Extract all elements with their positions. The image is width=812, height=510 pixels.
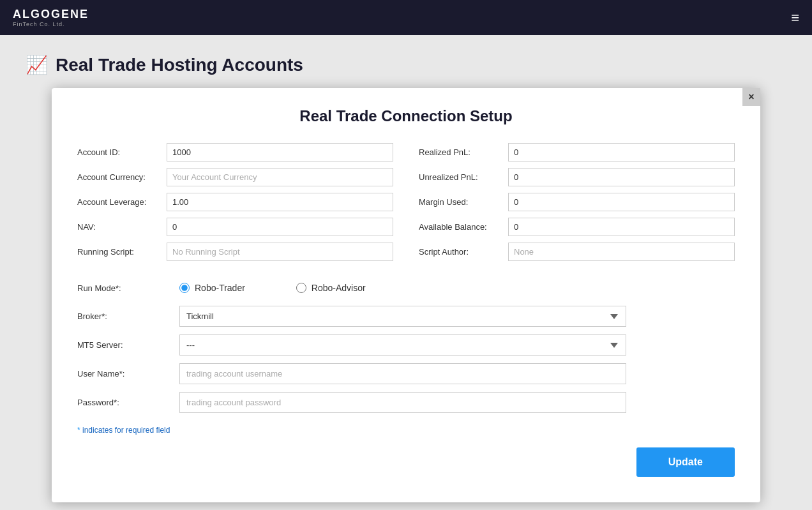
running-script-input[interactable]: [167, 243, 393, 261]
required-star: *: [77, 426, 80, 435]
required-note-text: indicates for required field: [82, 426, 170, 435]
script-author-label: Script Author:: [419, 247, 508, 257]
account-id-row: Account ID:: [77, 143, 393, 161]
robo-advisor-radio[interactable]: [296, 283, 306, 293]
available-balance-input[interactable]: [508, 218, 735, 236]
unrealized-pnl-input[interactable]: [508, 168, 735, 186]
mt5-server-label: MT5 Server:: [77, 340, 179, 350]
available-balance-label: Available Balance:: [419, 222, 508, 232]
account-leverage-label: Account Leverage:: [77, 197, 167, 207]
nav-input[interactable]: [167, 218, 393, 236]
page-title-text: Real Trade Hosting Accounts: [56, 55, 303, 75]
run-mode-row: Run Mode*: Robo-Trader Robo-Advisor: [77, 283, 735, 293]
password-input[interactable]: [179, 392, 626, 413]
run-mode-label: Run Mode*:: [77, 283, 179, 293]
robo-trader-option[interactable]: Robo-Trader: [179, 283, 245, 293]
username-label: User Name*:: [77, 369, 179, 379]
margin-used-label: Margin Used:: [419, 197, 508, 207]
update-button-row: Update: [77, 447, 735, 477]
modal-close-button[interactable]: ×: [742, 88, 760, 106]
broker-select[interactable]: Tickmill: [179, 306, 626, 327]
running-script-row: Running Script:: [77, 243, 393, 261]
robo-advisor-label: Robo-Advisor: [312, 283, 366, 293]
account-id-label: Account ID:: [77, 147, 167, 157]
nav-row: NAV:: [77, 218, 393, 236]
broker-row: Broker*: Tickmill: [77, 306, 735, 327]
robo-trader-label: Robo-Trader: [195, 283, 245, 293]
password-label: Password*:: [77, 398, 179, 407]
robo-advisor-option[interactable]: Robo-Advisor: [296, 283, 366, 293]
robo-trader-radio[interactable]: [179, 283, 190, 293]
broker-section: Broker*: Tickmill MT5 Server: --- User N…: [77, 306, 735, 413]
password-row: Password*:: [77, 392, 735, 413]
realized-pnl-label: Realized PnL:: [419, 147, 508, 157]
logo-main-text: ALGOGENE: [13, 8, 89, 20]
form-right-column: Realized PnL: Unrealized PnL: Margin Use…: [419, 143, 735, 267]
logo-sub-text: FinTech Co. Ltd.: [13, 21, 89, 27]
margin-used-row: Margin Used:: [419, 193, 735, 211]
running-script-label: Running Script:: [77, 247, 167, 257]
mt5-server-row: MT5 Server: ---: [77, 334, 735, 356]
form-left-column: Account ID: Account Currency: Account Le…: [77, 143, 393, 267]
username-input[interactable]: [179, 363, 626, 384]
nav-label: NAV:: [77, 222, 167, 232]
account-currency-input[interactable]: [167, 168, 393, 186]
realized-pnl-input[interactable]: [508, 143, 735, 161]
run-mode-radio-group: Robo-Trader Robo-Advisor: [179, 283, 366, 293]
form-fields-grid: Account ID: Account Currency: Account Le…: [77, 143, 735, 267]
update-button[interactable]: Update: [636, 447, 735, 477]
mt5-server-select[interactable]: ---: [179, 334, 626, 356]
page-background: 📈 Real Trade Hosting Accounts × Real Tra…: [0, 35, 812, 510]
unrealized-pnl-label: Unrealized PnL:: [419, 172, 508, 182]
margin-used-input[interactable]: [508, 193, 735, 211]
modal-dialog: × Real Trade Connection Setup Account ID…: [52, 88, 760, 502]
hamburger-menu-icon[interactable]: ≡: [791, 10, 799, 26]
realized-pnl-row: Realized PnL:: [419, 143, 735, 161]
account-currency-row: Account Currency:: [77, 168, 393, 186]
required-note: * indicates for required field: [77, 426, 735, 435]
modal-title: Real Trade Connection Setup: [77, 107, 735, 125]
unrealized-pnl-row: Unrealized PnL:: [419, 168, 735, 186]
username-row: User Name*:: [77, 363, 735, 384]
account-currency-label: Account Currency:: [77, 172, 167, 182]
script-author-row: Script Author:: [419, 243, 735, 261]
account-id-input[interactable]: [167, 143, 393, 161]
script-author-input[interactable]: [508, 243, 735, 261]
logo: ALGOGENE FinTech Co. Ltd.: [13, 8, 89, 27]
account-leverage-row: Account Leverage:: [77, 193, 393, 211]
account-leverage-input[interactable]: [167, 193, 393, 211]
page-title: 📈 Real Trade Hosting Accounts: [26, 54, 786, 75]
navbar: ALGOGENE FinTech Co. Ltd. ≡: [0, 0, 812, 35]
available-balance-row: Available Balance:: [419, 218, 735, 236]
broker-label: Broker*:: [77, 311, 179, 321]
chart-icon: 📈: [26, 54, 48, 75]
